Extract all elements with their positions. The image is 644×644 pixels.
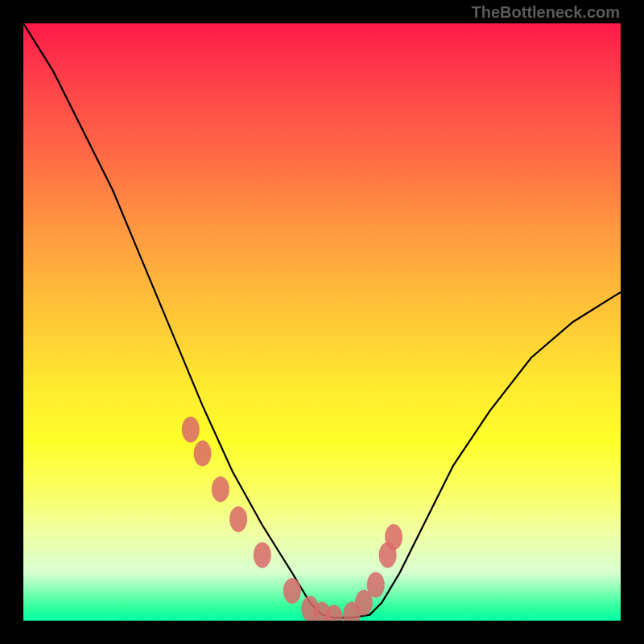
- marker-point: [254, 542, 271, 568]
- marker-point: [367, 572, 385, 598]
- curve-svg: [23, 23, 621, 621]
- marker-point: [229, 506, 247, 532]
- attribution-text: TheBottleneck.com: [472, 3, 620, 22]
- plot-area: [23, 23, 621, 621]
- highlight-markers: [182, 417, 402, 621]
- marker-point: [182, 417, 200, 443]
- marker-point: [194, 440, 212, 466]
- marker-point: [385, 524, 402, 550]
- marker-point: [283, 578, 301, 604]
- bottleneck-curve: [23, 23, 621, 617]
- marker-point: [212, 477, 229, 502]
